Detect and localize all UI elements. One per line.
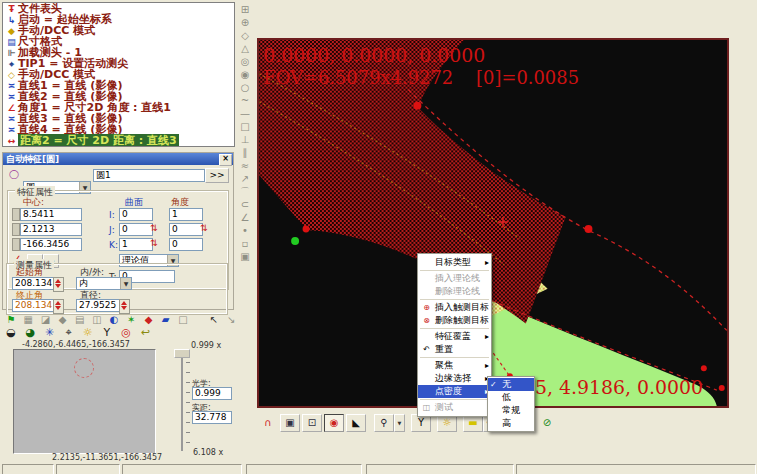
- optical-field[interactable]: 0.999: [192, 387, 232, 400]
- submenu-item-low[interactable]: 低: [488, 391, 534, 404]
- vector-k-field[interactable]: 1: [119, 238, 153, 251]
- pointer-icon[interactable]: ↘: [224, 313, 238, 326]
- menu-item-edge-select[interactable]: 边缘选择▸: [418, 372, 491, 385]
- pointer-icon[interactable]: ↖: [207, 313, 221, 326]
- start-point-marker[interactable]: [291, 237, 299, 245]
- circle-plus-icon[interactable]: ⊕: [236, 16, 254, 29]
- tool-icon[interactable]: □: [176, 313, 190, 326]
- flip-vector-icon[interactable]: ⇅: [150, 222, 158, 234]
- round-icon[interactable]: ○: [236, 81, 254, 94]
- diameter-field[interactable]: 27.9525: [76, 299, 122, 312]
- expand-button[interactable]: >>: [205, 168, 229, 183]
- angle-k-field[interactable]: 0: [169, 238, 203, 251]
- submenu-item-high[interactable]: 高: [488, 417, 534, 430]
- target-icon[interactable]: ◎: [118, 326, 134, 340]
- scan-target-point[interactable]: [719, 385, 725, 391]
- spinner[interactable]: [53, 299, 64, 314]
- marquee-icon[interactable]: ⊡: [302, 414, 322, 432]
- magnifier-icon[interactable]: ⚲: [374, 414, 394, 432]
- center-y-field[interactable]: 2.1213: [20, 223, 82, 236]
- wave-icon[interactable]: ≈: [236, 159, 254, 172]
- scan-target-point[interactable]: [585, 225, 593, 233]
- angle-j-field[interactable]: 0: [169, 223, 203, 236]
- chevron-down-icon[interactable]: ▼: [120, 278, 131, 289]
- fov-top-left-coords: -4.2860,-6.4465,-166.3457: [22, 340, 130, 349]
- submenu-item-normal[interactable]: 常规: [488, 404, 534, 417]
- lamp-icon[interactable]: ☼: [80, 326, 96, 340]
- submenu-item-none[interactable]: ✓无: [488, 378, 534, 391]
- point-icon[interactable]: ◇: [236, 29, 254, 42]
- tool-icon[interactable]: ▤: [73, 313, 87, 326]
- end-angle-field[interactable]: 208.134: [12, 299, 56, 312]
- panel-titlebar[interactable]: 自动特征[圆] ×: [3, 153, 233, 165]
- chevron-down-icon[interactable]: ▼: [394, 414, 405, 432]
- focus-icon[interactable]: Y: [99, 326, 115, 340]
- circle-icon[interactable]: ◎: [236, 55, 254, 68]
- crosshair-icon[interactable]: ✳: [41, 326, 57, 340]
- zoom-slider-track[interactable]: [181, 352, 183, 451]
- scan-target-point[interactable]: [303, 225, 310, 232]
- probe-off-icon[interactable]: ⊘: [537, 414, 557, 432]
- camera-icon[interactable]: ▣: [280, 414, 300, 432]
- tool-icon[interactable]: ▰: [159, 313, 173, 326]
- grid-icon[interactable]: ⊞: [236, 3, 254, 16]
- tool-icon[interactable]: ◐: [107, 313, 121, 326]
- tool-icon[interactable]: ◫: [90, 313, 104, 326]
- distance-field[interactable]: 32.778: [192, 411, 232, 424]
- menu-item-target-type[interactable]: 目标类型▸: [418, 256, 491, 269]
- center-z-field[interactable]: -166.3456: [20, 238, 82, 251]
- menu-item-focus[interactable]: 聚焦▸: [418, 359, 491, 372]
- menu-item-point-density[interactable]: 点密度▸: [418, 385, 491, 398]
- flip-angle-icon[interactable]: ⇅: [200, 222, 208, 234]
- vector-j-field[interactable]: 0: [119, 223, 153, 236]
- angle-i-field[interactable]: 1: [169, 208, 203, 221]
- menu-item-test[interactable]: ◫测试: [418, 401, 491, 414]
- menu-item-delete-theo-line[interactable]: 删除理论线: [418, 285, 491, 298]
- menu-item-insert-touch-target[interactable]: ⊕插入触测目标: [418, 301, 491, 314]
- contrast2-icon[interactable]: ◕: [22, 326, 38, 340]
- parallel-icon[interactable]: ∥: [236, 146, 254, 159]
- tree-item-selected[interactable]: ↔距离2 = 尺寸 2D 距离 : 直线3: [3, 135, 234, 146]
- vector-icon[interactable]: ↗: [236, 172, 254, 185]
- arc-icon[interactable]: ⌒: [236, 185, 254, 198]
- tool-icon[interactable]: ✶: [124, 313, 138, 326]
- center-x-field[interactable]: 8.5411: [20, 208, 82, 221]
- camera-live-view[interactable]: [13, 349, 156, 454]
- dot-icon[interactable]: •: [236, 224, 254, 237]
- ellipse-icon[interactable]: ◉: [236, 68, 254, 81]
- scan-target-point[interactable]: [701, 365, 707, 371]
- execute-icon[interactable]: ⚑: [4, 313, 18, 326]
- plane-icon[interactable]: ▫: [236, 237, 254, 250]
- tool-icon[interactable]: ◪: [38, 313, 52, 326]
- tool-icon[interactable]: ◆: [142, 313, 156, 326]
- angle-icon[interactable]: ∠: [236, 211, 254, 224]
- perpendicular-icon[interactable]: ⊥: [236, 133, 254, 146]
- slot-icon[interactable]: ⊂: [236, 198, 254, 211]
- feature-name-field[interactable]: 圆1: [93, 169, 205, 182]
- spinner[interactable]: [119, 299, 130, 314]
- wedge-icon[interactable]: ◣: [346, 414, 366, 432]
- flip-vector-icon[interactable]: ⇅: [150, 237, 158, 249]
- zoom-slider-thumb[interactable]: [174, 349, 190, 358]
- menu-item-reset[interactable]: ↶重置: [418, 343, 491, 356]
- contrast-icon[interactable]: ◒: [3, 326, 19, 340]
- menu-item-insert-theo-line[interactable]: 插入理论线: [418, 272, 491, 285]
- triangle-icon[interactable]: △: [236, 42, 254, 55]
- probe-target-icon[interactable]: ◉: [324, 414, 344, 432]
- vector-i-field[interactable]: 0: [119, 208, 153, 221]
- graphics-view[interactable]: 0.0000, 0.0000, 0.0000 FOV=6.5079x4.9272…: [257, 38, 729, 408]
- magnifier-icon[interactable]: ⌖: [61, 326, 77, 340]
- return-icon[interactable]: ↩: [137, 326, 153, 340]
- tool-icon[interactable]: ▦: [21, 313, 35, 326]
- menu-item-delete-touch-target[interactable]: ⊗删除触测目标: [418, 314, 491, 327]
- rect-icon[interactable]: □: [236, 120, 254, 133]
- scan-target-point[interactable]: [413, 102, 421, 110]
- box-icon[interactable]: ▣: [236, 250, 254, 263]
- line-icon[interactable]: —: [236, 107, 254, 120]
- spinner[interactable]: [53, 277, 64, 292]
- tool-icon[interactable]: ◆: [56, 313, 70, 326]
- curve-icon[interactable]: ~: [236, 94, 254, 107]
- menu-item-feature-override[interactable]: 特征覆盖▸: [418, 330, 491, 343]
- close-icon[interactable]: ×: [219, 154, 232, 166]
- magnet-icon[interactable]: ∩: [258, 414, 278, 432]
